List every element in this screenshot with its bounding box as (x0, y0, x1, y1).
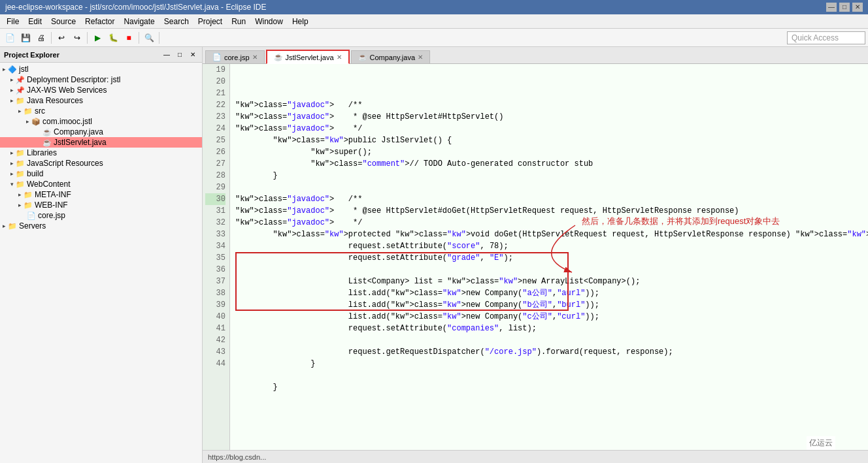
code-editor[interactable]: 1920212223242526272829303132333435363738… (203, 64, 868, 450)
generic-icon: 📌 (16, 86, 25, 95)
tree-arrow: ▸ (10, 150, 14, 156)
toolbar-btn-save[interactable]: 💾 (18, 31, 33, 45)
code-line-22: "kw">class="javadoc"> */ (235, 123, 868, 135)
tree-label: src (35, 106, 45, 116)
tree-item-6[interactable]: ☕Company.java (0, 127, 202, 137)
toolbar-btn-run[interactable]: ▶ (90, 31, 105, 45)
menu-navigate[interactable]: Navigate (120, 16, 158, 27)
menu-window[interactable]: Window (251, 16, 287, 27)
tree-item-9[interactable]: ▸📁JavaScript Resources (0, 158, 202, 168)
code-line-36: list.add("kw">class="kw">new Company("a公… (235, 287, 868, 299)
toolbar-btn-stop[interactable]: ■ (122, 31, 136, 45)
tree-item-3[interactable]: ▸📁Java Resources (0, 95, 202, 106)
tree-item-8[interactable]: ▸📁Libraries (0, 148, 202, 158)
sidebar-tree: ▸🔷jstl▸📌Deployment Descriptor: jstl▸📌JAX… (0, 63, 202, 463)
line-number-35: 35 (205, 252, 225, 264)
tree-item-7[interactable]: ☕JstlServlet.java (0, 137, 202, 148)
line-number-40: 40 (205, 311, 225, 323)
menu-source[interactable]: Source (47, 16, 80, 27)
menu-refactor[interactable]: Refactor (81, 16, 118, 27)
tab-jstlservlet[interactable]: ☕ JstlServlet.java ✕ (266, 50, 350, 64)
editor-area: 📄 core.jsp ✕ ☕ JstlServlet.java ✕ ☕ Comp… (203, 47, 868, 463)
java-icon: ☕ (42, 138, 52, 147)
minimize-button[interactable]: — (826, 3, 837, 12)
tree-item-0[interactable]: ▸🔷jstl (0, 64, 202, 74)
tree-label: Company.java (54, 127, 103, 136)
folder-icon: 📁 (16, 149, 25, 157)
toolbar-btn-print[interactable]: 🖨 (34, 31, 48, 45)
tree-label: WEB-INF (35, 200, 68, 210)
tab-jstlservlet-close[interactable]: ✕ (337, 54, 342, 61)
tab-companyjava-close[interactable]: ✕ (418, 54, 423, 61)
sidebar-close-btn[interactable]: ✕ (188, 50, 198, 60)
toolbar-btn-new[interactable]: 📄 (3, 31, 17, 45)
tree-item-13[interactable]: ▸📁WEB-INF (0, 200, 202, 210)
menu-help[interactable]: Help (288, 16, 312, 27)
folder-icon: 📁 (16, 180, 25, 189)
tree-item-4[interactable]: ▸📁src (0, 106, 202, 116)
tree-item-15[interactable]: ▸📁Servers (0, 221, 202, 231)
tree-item-12[interactable]: ▸📁META-INF (0, 189, 202, 200)
tree-arrow: ▾ (10, 181, 14, 187)
main-layout: Project Explorer — □ ✕ ▸🔷jstl▸📌Deploymen… (0, 47, 868, 463)
tree-arrow: ▸ (10, 87, 14, 93)
toolbar-btn-debug[interactable]: 🐛 (106, 31, 120, 45)
tree-item-1[interactable]: ▸📌Deployment Descriptor: jstl (0, 74, 202, 85)
line-number-27: 27 (205, 158, 225, 170)
status-url: https://blog.csdn... (208, 453, 266, 461)
tree-arrow: ▸ (18, 191, 22, 198)
folder-icon: 📁 (16, 170, 25, 178)
tab-corejsp-close[interactable]: ✕ (252, 54, 258, 61)
project-explorer: Project Explorer — □ ✕ ▸🔷jstl▸📌Deploymen… (0, 47, 203, 463)
tab-corejsp-label: core.jsp (224, 54, 250, 61)
tree-item-11[interactable]: ▾📁WebContent (0, 179, 202, 189)
line-number-29: 29 (205, 182, 225, 193)
code-line-28: "kw">class="javadoc"> /** (235, 193, 868, 205)
line-number-39: 39 (205, 299, 225, 311)
tree-item-10[interactable]: ▸📁build (0, 168, 202, 179)
java-icon: ☕ (42, 128, 52, 136)
project-icon: 🔷 (8, 65, 17, 74)
tab-corejsp[interactable]: 📄 core.jsp ✕ (205, 50, 265, 63)
code-line-39: request.setAttribute("companies", list); (235, 323, 868, 334)
line-number-21: 21 (205, 88, 225, 99)
close-button[interactable]: ✕ (852, 3, 863, 12)
tree-label: JavaScript Resources (27, 159, 103, 168)
menu-search[interactable]: Search (160, 16, 193, 27)
menu-project[interactable]: Project (194, 16, 226, 27)
tab-jstlservlet-icon: ☕ (274, 53, 283, 61)
menu-file[interactable]: File (3, 16, 23, 27)
toolbar-btn-redo[interactable]: ↪ (70, 31, 84, 45)
toolbar-btn-undo[interactable]: ↩ (54, 31, 69, 45)
maximize-button[interactable]: □ (839, 3, 850, 12)
code-lines[interactable]: "kw">class="javadoc"> /**"kw">class="jav… (230, 64, 868, 450)
menu-edit[interactable]: Edit (24, 16, 46, 27)
tree-label: build (27, 169, 43, 178)
toolbar-btn-search[interactable]: 🔍 (142, 31, 156, 45)
line-number-25: 25 (205, 135, 225, 146)
tree-label: JAX-WS Web Services (27, 86, 107, 95)
sidebar-max-btn[interactable]: □ (175, 50, 185, 60)
tree-label: Java Resources (27, 96, 83, 105)
sidebar-min-btn[interactable]: — (161, 50, 172, 60)
tree-label: Deployment Descriptor: jstl (27, 75, 120, 84)
quick-access-input[interactable]: Quick Access (787, 31, 865, 44)
menu-run[interactable]: Run (227, 16, 250, 27)
package-icon: 📦 (31, 118, 41, 126)
folder-icon: 📁 (16, 159, 25, 168)
tree-item-14[interactable]: 📄core.jsp (0, 210, 202, 221)
tree-label: com.imooc.jstl (42, 117, 92, 126)
jsp-icon: 📄 (27, 212, 36, 220)
tree-item-2[interactable]: ▸📌JAX-WS Web Services (0, 85, 202, 95)
folder-icon: 📁 (16, 97, 25, 105)
tree-label: core.jsp (38, 211, 65, 220)
toolbar-sep-4 (159, 32, 159, 44)
tab-jstlservlet-label: JstlServlet.java (286, 54, 334, 61)
folder-icon: 📁 (24, 201, 33, 210)
tree-label: META-INF (35, 190, 71, 199)
tree-item-5[interactable]: ▸📦com.imooc.jstl (0, 116, 202, 127)
code-line-24: "kw">super(); (235, 146, 868, 158)
code-line-40 (235, 334, 868, 346)
sidebar-header: Project Explorer — □ ✕ (0, 47, 202, 63)
tab-companyjava[interactable]: ☕ Company.java ✕ (351, 50, 431, 63)
